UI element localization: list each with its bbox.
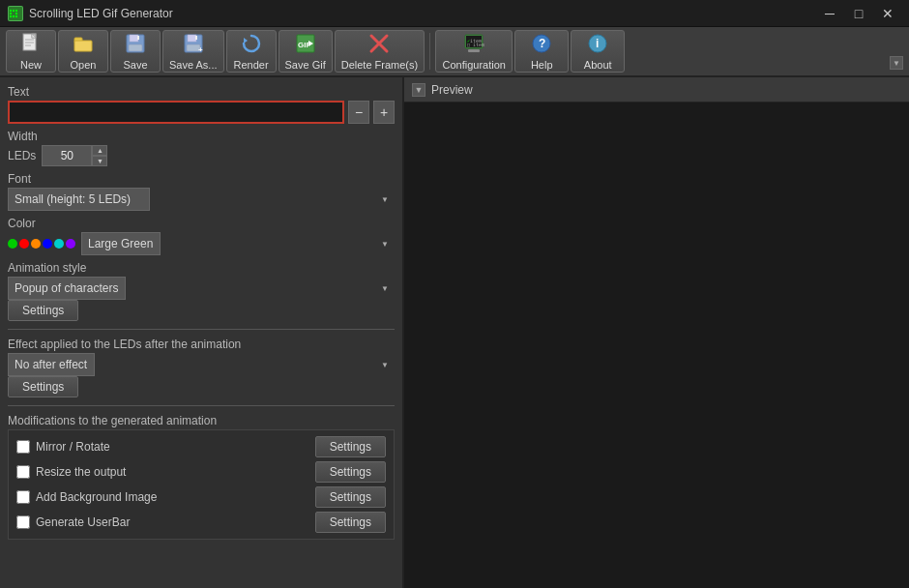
mirror-checkbox[interactable] (16, 440, 30, 454)
spinbox-arrows: ▲ ▼ (92, 145, 107, 166)
color-dot-green (8, 239, 17, 249)
close-button[interactable]: ✕ (874, 4, 901, 23)
resize-settings-button[interactable]: Settings (315, 461, 386, 483)
config-label: Configuration (442, 59, 505, 71)
mirror-settings-button[interactable]: Settings (315, 436, 386, 457)
new-button[interactable]: New (6, 30, 56, 73)
font-select-wrapper: Small (height: 5 LEDs) Medium (height: 7… (8, 188, 395, 211)
preview-toggle[interactable]: ▼ (412, 83, 425, 97)
save-gif-label: Save Gif (285, 59, 326, 71)
svg-rect-4 (10, 13, 12, 15)
titlebar: Scrolling LED Gif Generator ─ □ ✕ (0, 0, 909, 27)
svg-rect-8 (15, 15, 17, 17)
save-gif-icon: GIF (295, 33, 316, 57)
open-button[interactable]: Open (58, 30, 108, 73)
text-input[interactable] (8, 101, 344, 124)
text-input-row: − + (8, 101, 395, 124)
save-as-label: Save As... (169, 59, 218, 71)
modifications-box: Mirror / Rotate Settings Resize the outp… (8, 429, 395, 540)
mod-row-background: Add Background Image Settings (16, 486, 386, 508)
color-select[interactable]: Large Green Red Blue White Rainbow (81, 232, 161, 255)
about-button[interactable]: i About (571, 30, 625, 73)
save-icon (125, 33, 146, 57)
text-plus-button[interactable]: + (373, 101, 395, 124)
help-icon: ? (531, 33, 552, 57)
svg-text:?: ? (539, 37, 545, 50)
svg-marker-26 (244, 38, 248, 44)
svg-text:□ item2: □ item2 (467, 42, 484, 47)
minimize-button[interactable]: ─ (816, 4, 843, 23)
open-icon (73, 33, 94, 57)
save-as-button[interactable]: + Save As... (162, 30, 224, 73)
animation-select-wrapper: Popup of characters Scroll left Scroll r… (8, 277, 395, 300)
userbar-settings-button[interactable]: Settings (315, 512, 386, 533)
render-label: Render (233, 59, 268, 71)
preview-label: Preview (431, 83, 473, 97)
left-panel: Text − + Width LEDs ▲ ▼ (0, 77, 404, 588)
background-checkbox[interactable] (16, 490, 30, 504)
userbar-checkbox[interactable] (16, 515, 30, 529)
spinbox-down[interactable]: ▼ (92, 156, 107, 166)
svg-rect-7 (13, 15, 15, 17)
effect-settings-button[interactable]: Settings (8, 376, 78, 397)
width-section: Width LEDs ▲ ▼ (8, 130, 395, 166)
save-gif-button[interactable]: GIF Save Gif (279, 30, 333, 73)
resize-label: Resize the output (36, 465, 309, 479)
save-button[interactable]: Save (110, 30, 161, 73)
about-icon: i (587, 33, 608, 57)
background-settings-button[interactable]: Settings (315, 486, 386, 508)
mod-row-resize: Resize the output Settings (16, 461, 386, 483)
leds-input[interactable] (42, 145, 92, 166)
modifications-section: Modifications to the generated animation… (8, 414, 395, 540)
effect-select[interactable]: No after effect Blink Fade out (8, 353, 95, 376)
save-as-icon: + (183, 33, 204, 57)
leds-label: LEDs (8, 149, 36, 162)
section-separator-2 (8, 405, 395, 406)
effect-dropdown-row: No after effect Blink Fade out (8, 353, 395, 376)
toolbar-menu-icon[interactable]: ▼ (890, 56, 903, 70)
config-icon: ✓ item □ item2 (463, 33, 484, 57)
spinbox-up[interactable]: ▲ (92, 145, 107, 156)
mirror-label: Mirror / Rotate (36, 440, 309, 454)
svg-rect-5 (15, 13, 17, 15)
resize-checkbox[interactable] (16, 465, 30, 479)
font-section: Font Small (height: 5 LEDs) Medium (heig… (8, 172, 395, 211)
width-label: Width (8, 130, 395, 143)
save-label: Save (123, 59, 147, 71)
svg-rect-6 (10, 15, 12, 17)
text-minus-button[interactable]: − (348, 101, 369, 124)
color-section: Color Large Green Red Blue White (8, 217, 395, 255)
help-button[interactable]: ? Help (514, 30, 569, 73)
color-dot-purple (66, 239, 75, 249)
maximize-button[interactable]: □ (845, 4, 872, 23)
svg-text:i: i (596, 37, 599, 50)
window-controls: ─ □ ✕ (816, 4, 901, 23)
animation-settings-button[interactable]: Settings (8, 300, 78, 321)
svg-rect-22 (188, 35, 196, 42)
svg-rect-24 (195, 36, 197, 40)
help-label: Help (531, 59, 553, 71)
color-row: Large Green Red Blue White Rainbow (8, 232, 395, 255)
mod-row-mirror: Mirror / Rotate Settings (16, 436, 386, 457)
userbar-label: Generate UserBar (36, 515, 309, 529)
animation-select[interactable]: Popup of characters Scroll left Scroll r… (8, 277, 126, 300)
svg-rect-19 (129, 44, 142, 51)
svg-text:+: + (198, 45, 203, 54)
delete-frame-button[interactable]: Delete Frame(s) (335, 30, 425, 73)
color-dot-blue (43, 239, 52, 249)
font-select[interactable]: Small (height: 5 LEDs) Medium (height: 7… (8, 188, 150, 211)
app-icon (8, 6, 23, 21)
render-button[interactable]: Render (226, 30, 277, 73)
toolbar-separator-1 (429, 33, 430, 70)
toolbar: New Open Save + (0, 27, 909, 77)
leds-spinbox: ▲ ▼ (42, 145, 107, 166)
about-label: About (584, 59, 612, 71)
text-section: Text − + (8, 85, 395, 124)
svg-rect-18 (130, 35, 138, 42)
text-label: Text (8, 85, 395, 99)
animation-label: Animation style (8, 261, 395, 275)
color-dot-red (19, 239, 29, 249)
configuration-button[interactable]: ✓ item □ item2 Configuration (435, 30, 513, 73)
svg-rect-1 (10, 10, 12, 12)
svg-rect-20 (137, 36, 139, 40)
